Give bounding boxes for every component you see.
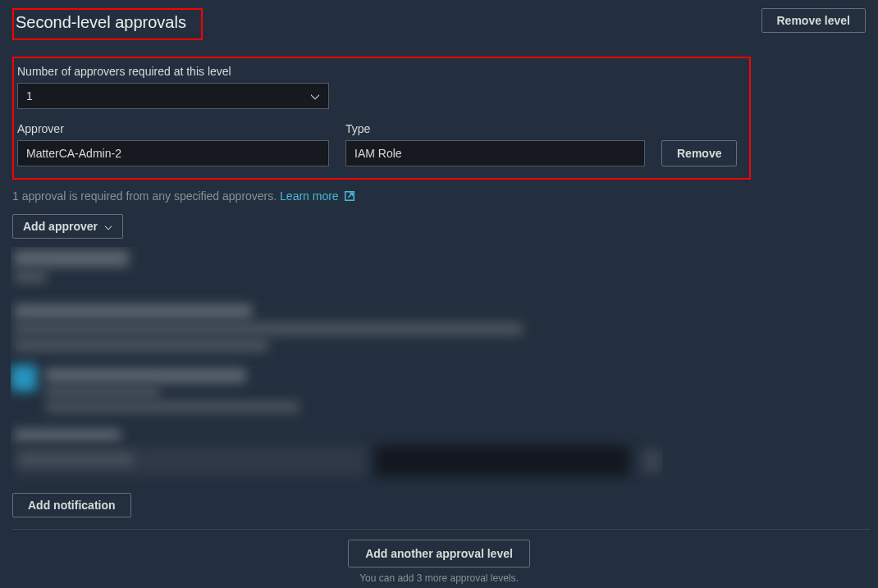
add-approver-button[interactable]: Add approver [12,214,123,239]
type-input[interactable]: IAM Role [345,140,645,166]
approval-level-config-box: Number of approvers required at this lev… [12,57,751,180]
num-approvers-label: Number of approvers required at this lev… [17,65,741,78]
num-approvers-value: 1 [26,89,33,103]
blurred-content [11,247,663,485]
type-label: Type [345,122,645,135]
remove-approver-button[interactable]: Remove [661,140,737,166]
footer-help-text: You can add 3 more approval levels. [12,572,866,584]
add-another-level-button[interactable]: Add another approval level [348,540,530,567]
caret-down-icon [104,220,112,233]
caret-down-icon [310,89,320,103]
section-title: Second-level approvals [12,8,203,40]
external-link-icon [344,190,355,204]
add-notification-button[interactable]: Add notification [12,493,131,517]
type-value: IAM Role [354,147,402,160]
num-approvers-select[interactable]: 1 [17,83,329,109]
helper-text: 1 approval is required from any specifie… [12,189,866,204]
approver-input[interactable]: MatterCA-Admin-2 [17,140,329,166]
approver-value: MatterCA-Admin-2 [26,147,121,160]
divider [12,529,870,530]
approver-label: Approver [17,122,329,135]
learn-more-link[interactable]: Learn more [280,189,354,203]
remove-level-button[interactable]: Remove level [761,8,867,33]
